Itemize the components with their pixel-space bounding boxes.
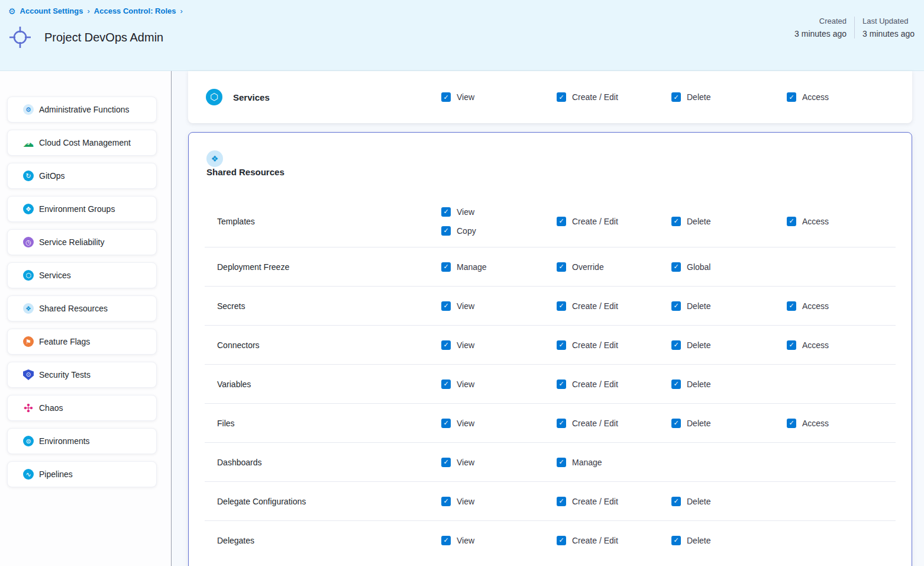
permission-manage[interactable]: Manage	[557, 458, 671, 467]
checkbox-checked-icon[interactable]	[671, 217, 681, 226]
permission-view[interactable]: View	[441, 207, 557, 217]
permission-create-edit[interactable]: Create / Edit	[557, 380, 671, 389]
breadcrumb-link-access-control-roles[interactable]: Access Control: Roles	[94, 7, 176, 15]
permission-view[interactable]: View	[441, 301, 557, 311]
permission-create-edit[interactable]: Create / Edit	[557, 301, 671, 311]
sidebar-item-pipelines[interactable]: ∿Pipelines	[7, 461, 157, 487]
permission-view[interactable]: View	[441, 340, 557, 350]
permission-create-edit[interactable]: Create / Edit	[557, 217, 671, 226]
permission-column-2: Create / Edit	[557, 92, 671, 102]
permission-access[interactable]: Access	[787, 419, 896, 428]
checkbox-checked-icon[interactable]	[441, 380, 451, 389]
checkbox-checked-icon[interactable]	[671, 380, 681, 389]
permission-view[interactable]: View	[441, 419, 557, 428]
checkbox-checked-icon[interactable]	[557, 419, 566, 428]
permission-delete[interactable]: Delete	[671, 536, 787, 545]
permission-delete[interactable]: Delete	[671, 217, 787, 226]
permission-create-edit[interactable]: Create / Edit	[557, 536, 671, 545]
permission-create-edit[interactable]: Create / Edit	[557, 340, 671, 350]
sidebar-item-chaos[interactable]: ✣Chaos	[7, 395, 157, 421]
checkbox-checked-icon[interactable]	[557, 262, 566, 272]
permission-label: Delete	[687, 536, 710, 545]
checkbox-checked-icon[interactable]	[787, 340, 796, 350]
permission-column-1: View	[441, 92, 557, 102]
sidebar-item-cloud-cost-management[interactable]: ☁$Cloud Cost Management	[7, 130, 157, 156]
sidebar-item-shared-resources[interactable]: ❖Shared Resources	[7, 295, 157, 321]
checkbox-checked-icon[interactable]	[441, 226, 451, 236]
permission-access[interactable]: Access	[787, 92, 912, 102]
checkbox-checked-icon[interactable]	[441, 262, 451, 272]
permission-delete[interactable]: Delete	[671, 301, 787, 311]
checkbox-checked-icon[interactable]	[557, 92, 566, 102]
permission-access[interactable]: Access	[787, 217, 896, 226]
permission-create-edit[interactable]: Create / Edit	[557, 92, 671, 102]
permission-view[interactable]: View	[441, 458, 557, 467]
checkbox-checked-icon[interactable]	[557, 536, 566, 545]
permission-copy[interactable]: Copy	[441, 226, 557, 236]
permission-label: Create / Edit	[572, 92, 618, 102]
permission-delete[interactable]: Delete	[671, 419, 787, 428]
permission-delete[interactable]: Delete	[671, 497, 787, 506]
checkbox-checked-icon[interactable]	[787, 419, 796, 428]
checkbox-checked-icon[interactable]	[787, 217, 796, 226]
checkbox-checked-icon[interactable]	[441, 458, 451, 467]
permission-view[interactable]: View	[441, 536, 557, 545]
service-reliability-icon: ◷	[23, 237, 34, 247]
checkbox-checked-icon[interactable]	[557, 340, 566, 350]
sidebar-item-service-reliability[interactable]: ◷Service Reliability	[7, 229, 157, 255]
checkbox-checked-icon[interactable]	[441, 92, 451, 102]
checkbox-checked-icon[interactable]	[787, 92, 796, 102]
permission-create-edit[interactable]: Create / Edit	[557, 419, 671, 428]
permission-access[interactable]: Access	[787, 301, 896, 311]
permission-override[interactable]: Override	[557, 262, 671, 272]
sidebar-item-feature-flags[interactable]: ⚑Feature Flags	[7, 329, 157, 355]
permission-label: Copy	[457, 226, 476, 236]
checkbox-checked-icon[interactable]	[441, 301, 451, 311]
permission-view[interactable]: View	[441, 92, 557, 102]
checkbox-checked-icon[interactable]	[671, 536, 681, 545]
breadcrumb-link-account-settings[interactable]: Account Settings	[20, 7, 83, 15]
permission-delete[interactable]: Delete	[671, 92, 787, 102]
permission-label: Delete	[687, 380, 710, 389]
checkbox-checked-icon[interactable]	[671, 497, 681, 506]
sidebar-item-environments[interactable]: ⊜Environments	[7, 428, 157, 454]
checkbox-checked-icon[interactable]	[557, 301, 566, 311]
sidebar-item-gitops[interactable]: ↻GitOps	[7, 163, 157, 189]
checkbox-checked-icon[interactable]	[671, 419, 681, 428]
permission-view[interactable]: View	[441, 497, 557, 506]
sidebar-item-administrative-functions[interactable]: ⚙Administrative Functions	[7, 97, 157, 123]
permission-label: Create / Edit	[572, 497, 618, 506]
checkbox-checked-icon[interactable]	[671, 92, 681, 102]
checkbox-checked-icon[interactable]	[557, 458, 566, 467]
checkbox-checked-icon[interactable]	[557, 497, 566, 506]
checkbox-checked-icon[interactable]	[557, 380, 566, 389]
permission-access[interactable]: Access	[787, 340, 896, 350]
checkbox-checked-icon[interactable]	[441, 207, 451, 217]
permission-view[interactable]: View	[441, 380, 557, 389]
permission-delete[interactable]: Delete	[671, 340, 787, 350]
sidebar-item-label: Administrative Functions	[39, 105, 130, 114]
resource-name: Variables	[205, 380, 441, 389]
sidebar-item-environment-groups[interactable]: ❖Environment Groups	[7, 196, 157, 222]
sidebar-item-security-tests[interactable]: ⊙Security Tests	[7, 362, 157, 388]
permission-label: View	[457, 458, 474, 467]
permission-global[interactable]: Global	[671, 262, 787, 272]
permission-column-4: Access	[787, 301, 896, 311]
permission-create-edit[interactable]: Create / Edit	[557, 497, 671, 506]
permission-manage[interactable]: Manage	[441, 262, 557, 272]
sidebar-item-services[interactable]: ⬡Services	[7, 262, 157, 288]
checkbox-checked-icon[interactable]	[671, 262, 681, 272]
shared-resources-permissions-card: ❖Shared Resources TemplatesViewCopyCreat…	[188, 132, 912, 566]
checkbox-checked-icon[interactable]	[557, 217, 566, 226]
checkbox-checked-icon[interactable]	[441, 340, 451, 350]
permission-delete[interactable]: Delete	[671, 380, 787, 389]
checkbox-checked-icon[interactable]	[671, 340, 681, 350]
checkbox-checked-icon[interactable]	[787, 301, 796, 311]
permission-row-deployment-freeze: Deployment FreezeManageOverrideGlobal	[205, 247, 896, 287]
checkbox-checked-icon[interactable]	[441, 536, 451, 545]
checkbox-checked-icon[interactable]	[671, 301, 681, 311]
resource-name: Secrets	[205, 301, 441, 311]
checkbox-checked-icon[interactable]	[441, 419, 451, 428]
checkbox-checked-icon[interactable]	[441, 497, 451, 506]
permission-column-3: Delete	[671, 497, 787, 506]
